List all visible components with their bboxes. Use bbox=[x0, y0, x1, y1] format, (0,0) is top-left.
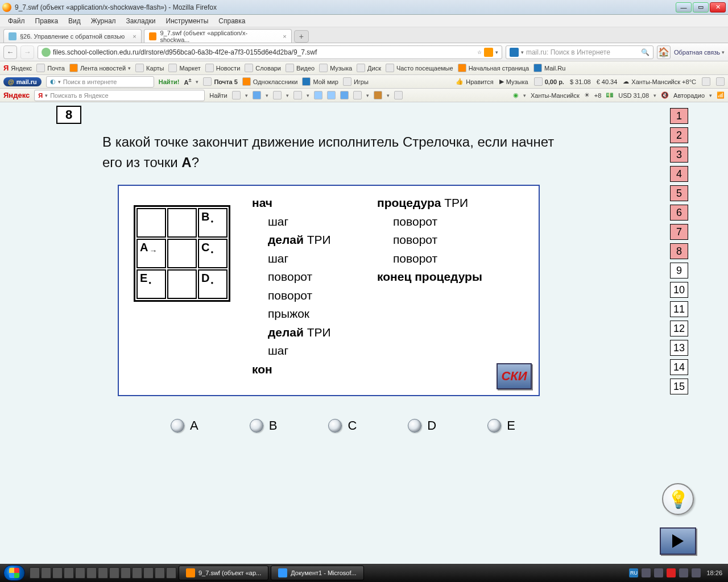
close-button[interactable]: ✕ bbox=[710, 2, 726, 13]
ql-icon[interactable] bbox=[143, 567, 154, 579]
tb2-music[interactable]: ▶Музыка bbox=[499, 78, 528, 85]
ybar-ico8[interactable] bbox=[353, 91, 362, 99]
yandex-bar-logo[interactable]: Яндекс bbox=[3, 91, 30, 99]
search-field[interactable]: ▾ mail.ru: Поиск в Интернете 🔍 bbox=[506, 45, 653, 59]
option-C[interactable]: C bbox=[328, 418, 357, 433]
ql-icon[interactable] bbox=[52, 567, 63, 579]
task-app-0[interactable]: 9_7.swf (объект «ap... bbox=[179, 566, 268, 580]
feedback-link[interactable]: Обратная связь▾ bbox=[674, 49, 725, 56]
tb1-dict[interactable]: Словари bbox=[245, 64, 281, 72]
menu-edit[interactable]: Правка bbox=[31, 16, 63, 26]
tb1-disk[interactable]: Диск bbox=[357, 64, 381, 72]
tb1-video[interactable]: Видео bbox=[286, 64, 315, 72]
tray-icon[interactable] bbox=[654, 568, 663, 577]
search-go-icon[interactable]: 🔍 bbox=[641, 48, 650, 56]
mailru-find-button[interactable]: Найти! bbox=[159, 78, 180, 85]
ql-icon[interactable] bbox=[30, 567, 40, 579]
nav-q-6[interactable]: 6 bbox=[670, 205, 688, 221]
tray-icon[interactable] bbox=[679, 568, 688, 577]
ybar-ico1[interactable] bbox=[232, 91, 241, 99]
back-button[interactable]: ← bbox=[3, 45, 17, 59]
menu-help[interactable]: Справка bbox=[214, 16, 250, 26]
hint-button[interactable]: 💡 bbox=[662, 483, 694, 515]
option-E[interactable]: E bbox=[487, 418, 515, 433]
nav-q-8[interactable]: 8 bbox=[670, 243, 688, 259]
nav-q-12[interactable]: 12 bbox=[670, 321, 688, 336]
tb1-mailru[interactable]: Mail.Ru bbox=[533, 64, 565, 72]
yandex-search[interactable]: Я▾ Поискать в Яндексе bbox=[34, 90, 205, 101]
menu-history[interactable]: Журнал bbox=[86, 16, 121, 26]
tb2-games[interactable]: Игры bbox=[343, 77, 369, 86]
ql-icon[interactable] bbox=[64, 567, 74, 579]
tb1-innews[interactable]: Новости bbox=[205, 64, 241, 72]
new-tab-button[interactable]: + bbox=[294, 30, 309, 43]
ybar-ico7[interactable] bbox=[340, 91, 349, 99]
close-tab-icon[interactable]: × bbox=[283, 33, 286, 40]
radio-icon[interactable] bbox=[328, 419, 342, 433]
nav-q-9[interactable]: 9 bbox=[670, 263, 688, 278]
tb2-extra2-icon[interactable] bbox=[716, 77, 725, 86]
ybar-radio[interactable]: Авторадио bbox=[673, 92, 705, 99]
ql-icon[interactable] bbox=[98, 567, 108, 579]
tb2-money[interactable]: 0,00 р. bbox=[534, 77, 564, 86]
nav-q-4[interactable]: 4 bbox=[670, 166, 688, 182]
ql-icon[interactable] bbox=[109, 567, 119, 579]
ybar-ico3[interactable] bbox=[273, 91, 282, 99]
ql-icon[interactable] bbox=[132, 567, 142, 579]
tb2-extra-icon[interactable] bbox=[702, 77, 710, 86]
nav-q-11[interactable]: 11 bbox=[670, 301, 688, 317]
tb1-music[interactable]: Музыка bbox=[319, 64, 352, 72]
ql-icon[interactable] bbox=[86, 567, 97, 579]
menu-view[interactable]: Вид bbox=[64, 16, 85, 26]
tb1-news[interactable]: Лента новостей▾ bbox=[69, 64, 131, 72]
search-engine-dropdown-icon[interactable]: ▾ bbox=[521, 49, 524, 55]
ql-icon[interactable] bbox=[166, 567, 176, 579]
tb2-weather[interactable]: ☁Ханты-Мансийск +8°C bbox=[623, 78, 696, 85]
ybar-city[interactable]: Ханты-Мансийск bbox=[531, 92, 580, 99]
nav-q-3[interactable]: 3 bbox=[670, 147, 688, 163]
mailru-search[interactable]: ◐▾ Поиск в интернете bbox=[46, 76, 154, 88]
menu-file[interactable]: Файл bbox=[3, 16, 30, 26]
tab-1[interactable]: 9_7.swf (объект «application/x-shockwa..… bbox=[144, 29, 292, 43]
tb2-like[interactable]: 👍Нравится bbox=[456, 78, 494, 85]
tray-icon[interactable] bbox=[667, 568, 676, 577]
tb1-market[interactable]: Маркет bbox=[168, 64, 200, 72]
tab-0[interactable]: §26. Управление с обратной связью × bbox=[3, 29, 142, 43]
home-button[interactable]: 🏠 bbox=[657, 45, 671, 59]
forward-button[interactable]: → bbox=[20, 45, 34, 59]
tb1-mail[interactable]: Почта bbox=[36, 64, 65, 72]
nav-q-1[interactable]: 1 bbox=[670, 108, 688, 124]
option-D[interactable]: D bbox=[408, 418, 436, 433]
ybar-ico4[interactable] bbox=[293, 91, 302, 99]
mailru-logo[interactable]: mail.ru bbox=[3, 77, 42, 86]
tb2-mymir[interactable]: Мой мир bbox=[302, 77, 338, 86]
ybar-ico2[interactable] bbox=[253, 91, 261, 99]
yandex-logo[interactable]: ЯЯндекс bbox=[3, 64, 32, 72]
start-button[interactable] bbox=[3, 565, 25, 581]
radio-icon[interactable] bbox=[250, 419, 263, 433]
option-A[interactable]: A bbox=[171, 418, 198, 433]
tb2-mail[interactable]: Почта 5 bbox=[203, 77, 237, 86]
menu-bookmarks[interactable]: Закладки bbox=[122, 16, 160, 26]
url-dropdown-icon[interactable]: ▾ bbox=[495, 49, 498, 55]
nav-q-2[interactable]: 2 bbox=[670, 127, 688, 143]
yandex-find-button[interactable]: Найти bbox=[209, 92, 227, 99]
tray-lang[interactable]: RU bbox=[629, 568, 638, 577]
nav-q-15[interactable]: 15 bbox=[670, 379, 688, 394]
option-B[interactable]: B bbox=[250, 418, 278, 433]
ybar-ico6[interactable] bbox=[327, 91, 336, 99]
next-button[interactable] bbox=[660, 527, 696, 555]
nav-q-7[interactable]: 7 bbox=[670, 224, 688, 240]
tray-clock[interactable]: 18:26 bbox=[704, 569, 725, 576]
tb2-ok[interactable]: Одноклассники bbox=[242, 77, 298, 86]
nav-q-10[interactable]: 10 bbox=[670, 282, 688, 298]
radio-icon[interactable] bbox=[408, 419, 421, 433]
ql-icon[interactable] bbox=[75, 567, 85, 579]
maximize-button[interactable]: ▭ bbox=[693, 2, 709, 13]
close-tab-icon[interactable]: × bbox=[133, 33, 136, 40]
search-engine-icon[interactable] bbox=[510, 48, 519, 57]
tb1-freq[interactable]: Часто посещаемые bbox=[386, 64, 453, 72]
nav-q-13[interactable]: 13 bbox=[670, 340, 688, 356]
tray-icon[interactable] bbox=[642, 568, 651, 577]
url-field[interactable]: files.school-collection.edu.ru/dlrstore/… bbox=[38, 45, 502, 59]
